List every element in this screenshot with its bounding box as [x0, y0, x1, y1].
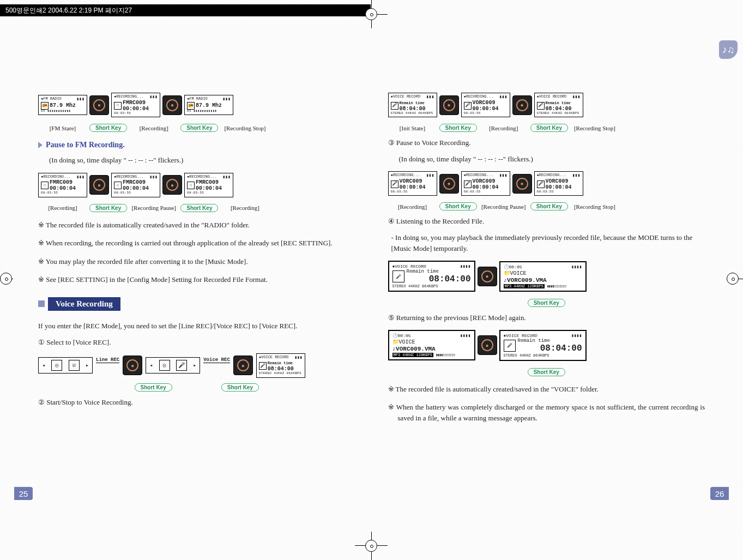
pause-fm-heading: Pause to FM Recording.: [38, 141, 355, 149]
eq-bars-icon: ▮▮▮▮▯▯▯▯▯▯▯: [547, 284, 566, 288]
right-bigrow1: ●VOICE RECORD▮▮▮▮ 🎤Remain time08:04:00 S…: [388, 261, 705, 292]
short-key-badge: Short Key: [439, 124, 477, 132]
step5-text: ⑤ Returning to the previous [REC Mode] a…: [388, 312, 705, 323]
joystick-icon: ●: [162, 175, 182, 195]
joystick-icon: ●: [233, 356, 253, 375]
step4-body: - In doing so, you may playback the imme…: [388, 232, 705, 254]
note-text: When recording, the recording is carried…: [38, 238, 355, 249]
battery-icon: ▮▮▮: [150, 95, 158, 100]
radio-icon: 📻: [187, 102, 195, 110]
mic-icon: 🎤: [464, 102, 472, 110]
left-row2-screens: ●RECORDING...▮▮▮ ○FMRC00900:00:04 08:03:…: [38, 173, 355, 197]
lcd-recording: ●RECORDING...▮▮▮ 🎤VORC00900:00:04 08:03:…: [534, 171, 583, 196]
note-text: You may play the recorded file after con…: [38, 256, 355, 267]
short-key-badge: Short Key: [89, 124, 127, 132]
mic-icon: 🎤: [537, 180, 545, 188]
scan-header-text: 500영문인쇄2 2004.6.22 2:19 PM 페이지27: [5, 6, 132, 15]
rec-icon: ○: [187, 182, 195, 189]
joystick-icon: ●: [162, 95, 182, 115]
crop-left: [0, 273, 16, 285]
page-right: ●VOICE RECORD▮▮▮ 🎤Remain time08:04:00 ST…: [388, 92, 705, 511]
voice-rec-intro: If you enter the [REC Mode], you need to…: [38, 321, 355, 332]
lcd-fm-radio: ●FM RADIO▮▮▮ 📻87.9 Mhz 05 ▮▮▮▮▮▮▮▮▮▮▮: [184, 95, 233, 115]
lcd-recording: ●RECORDING...▮▮▮ 🎤VORC00900:00:04 08:03:…: [388, 171, 437, 196]
crop-register-icon: [365, 540, 377, 552]
right-row1-screens: ●VOICE RECORD▮▮▮ 🎤Remain time08:04:00 ST…: [388, 93, 705, 117]
lcd-fm-radio: ●FM RADIO▮▮▮ 📻87.9 Mhz 05 ▮▮▮▮▮▮▮▮▮▮▮: [38, 95, 87, 115]
short-key-badge: Short Key: [439, 202, 477, 210]
select-voice-rec-row: ◂◎⎚▸ Line REC ● ◂◎🎤▸ Voice REC ● ●VOICE …: [38, 353, 355, 378]
line-icon: ◎: [159, 360, 170, 371]
page-spread: ●FM RADIO▮▮▮ 📻87.9 Mhz 05 ▮▮▮▮▮▮▮▮▮▮▮ ● …: [38, 92, 705, 511]
joystick-icon: ●: [89, 175, 109, 195]
pause-fm-sub: (In doing so, time display " -- : -- : -…: [38, 155, 355, 166]
joystick-icon: ●: [439, 174, 459, 194]
joystick-icon: ●: [123, 356, 142, 375]
voice-recording-heading: Voice Recording: [38, 297, 355, 311]
lcd-recording: ●RECORDING...▮▮▮ 🎤VORC00900:00:04 08:03:…: [461, 171, 510, 196]
lcd-big-voice-record: ●VOICE RECORD▮▮▮▮ 🎤Remain time08:04:00 S…: [388, 261, 475, 292]
short-key-badge: Short Key: [89, 204, 127, 212]
step3-sub: (In doing so, time display " -- : -- : -…: [388, 154, 705, 165]
left-row1-screens: ●FM RADIO▮▮▮ 📻87.9 Mhz 05 ▮▮▮▮▮▮▮▮▮▮▮ ● …: [38, 93, 355, 117]
selector-line-rec: ◂◎⎚▸: [38, 357, 93, 374]
short-key-badge: Short Key: [528, 368, 565, 376]
plug-icon: ⎚: [69, 360, 80, 371]
short-key-badge: Short Key: [530, 202, 568, 210]
left-row1-captions: [FM Stare] Short Key [Recording] Short K…: [38, 124, 355, 132]
battery-icon: ▮▮▮: [223, 97, 231, 102]
lcd-recording: ●RECORDING...▮▮▮ ○FMRC00900:00:04 08:03:…: [111, 93, 160, 117]
rec-icon: ○: [114, 102, 122, 110]
joystick-icon: ●: [478, 267, 497, 286]
left-row2-captions: [Recording] Short Key [Recording Pause] …: [38, 204, 355, 212]
right-row2-screens: ●RECORDING...▮▮▮ 🎤VORC00900:00:04 08:03:…: [388, 171, 705, 196]
step2-text: ② Start/Stop to Voice Recording.: [38, 397, 355, 408]
page-number-right: 26: [710, 487, 729, 500]
joystick-icon: ●: [512, 95, 532, 115]
selrow-shortkeys: Short Key Short Key: [38, 383, 355, 392]
right-row1-captions: [Init State] Short Key [Recording] Short…: [388, 124, 705, 132]
lcd-big-playback: 🕐00:05▮▮▮▮ 📁VOICE ♪VORC009.VMA MP3 44KHZ…: [388, 330, 475, 360]
step3-text: ③ Pause to Voice Recording.: [388, 137, 705, 148]
crop-register-icon: [365, 8, 377, 20]
note-text: The recorded file is automatically creat…: [388, 384, 705, 395]
battery-icon: ▮▮▮: [77, 97, 84, 102]
right-row2-captions: [Recording] Short Key [Recording Pause] …: [388, 202, 705, 210]
eq-bars-icon: ▮▮▮▮▯▯▯▯▯▯▯: [436, 353, 455, 357]
folder-icon: 📁: [392, 339, 399, 345]
lcd-big-playback: 🕐00:05▮▮▮▮ 📁VOICE ♪VORC009.VMA MP3 44KHZ…: [499, 261, 587, 292]
scan-header: 500영문인쇄2 2004.6.22 2:19 PM 페이지27: [0, 4, 371, 16]
mic-icon: 🎤: [504, 340, 516, 352]
note-text: The recorded file is automatically creat…: [38, 220, 355, 231]
folder-icon: 📁: [504, 270, 510, 276]
mic-icon: 🎤: [391, 180, 398, 188]
short-key-badge: Short Key: [180, 124, 218, 132]
short-key-badge: Short Key: [528, 299, 565, 307]
lcd-voice-record: ●VOICE RECORD▮▮▮ 🎤Remain time08:04:00 ST…: [256, 353, 305, 378]
rec-icon: ○: [41, 182, 49, 189]
short-key-badge: Short Key: [180, 204, 218, 212]
lcd-recording: ●RECORDING...▮▮▮ ○FMRC00900:00:04 08:03:…: [111, 173, 160, 197]
short-key-badge: Short Key: [530, 124, 568, 132]
clock-icon: 🕐: [392, 333, 398, 338]
mic-icon: 🎤: [391, 102, 398, 110]
right-bigrow2: 🕐00:05▮▮▮▮ 📁VOICE ♪VORC009.VMA MP3 44KHZ…: [388, 330, 705, 361]
joystick-icon: ●: [512, 174, 532, 194]
note-text: See [REC SETTING] in the [Config Mode] S…: [38, 274, 355, 285]
step4-text: ④ Listening to the Recorded File.: [388, 216, 705, 227]
rec-icon: ○: [114, 182, 122, 189]
step1-text: ① Select to [Voice REC].: [38, 337, 355, 348]
note-text: When the battery was completely discharg…: [388, 402, 705, 423]
square-bullet-icon: [38, 300, 45, 307]
mic-icon: 🎤: [259, 362, 267, 370]
clock-icon: 🕐: [504, 264, 509, 269]
crop-right: [727, 273, 743, 285]
triangle-bullet-icon: [38, 142, 43, 148]
mic-icon: 🎤: [464, 180, 472, 188]
line-icon: ◎: [51, 360, 62, 371]
selector-voice-rec: ◂◎🎤▸: [146, 357, 200, 374]
page-number-left: 25: [14, 487, 33, 500]
radio-icon: 📻: [41, 102, 49, 110]
mic-icon: 🎤: [537, 102, 545, 110]
short-key-badge: Short Key: [221, 383, 259, 392]
